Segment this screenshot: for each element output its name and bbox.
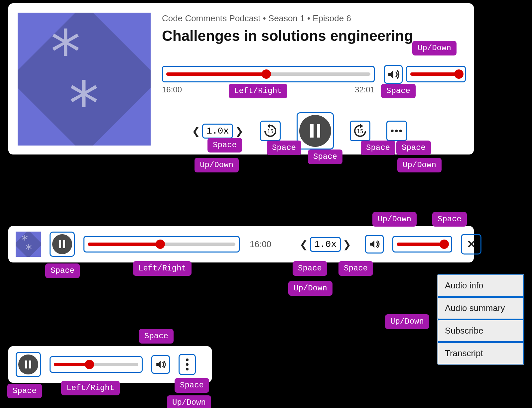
kebab-dot-icon bbox=[186, 363, 189, 366]
pause-icon bbox=[25, 360, 31, 368]
pause-icon bbox=[59, 240, 65, 248]
speed-control: ❮ 1.0x ❯ bbox=[299, 237, 352, 252]
progress-slider[interactable] bbox=[50, 356, 143, 373]
key-hint: Space bbox=[308, 150, 342, 164]
player-large: * * Code Comments Podcast • Season 1 • E… bbox=[8, 3, 474, 154]
speaker-icon bbox=[387, 68, 400, 81]
key-hint: Up/Down bbox=[372, 212, 417, 227]
key-hint: Up/Down bbox=[288, 281, 332, 296]
close-button[interactable]: ✕ bbox=[461, 234, 481, 255]
podcast-cover: * * bbox=[18, 13, 151, 146]
podcast-cover: ** bbox=[16, 232, 41, 257]
menu-item-audio-summary[interactable]: Audio summary bbox=[437, 297, 524, 320]
mute-button[interactable] bbox=[151, 355, 170, 374]
key-hint: Up/Down bbox=[167, 395, 211, 408]
kebab-dot-icon bbox=[186, 358, 189, 361]
speed-badge[interactable]: 1.0x bbox=[202, 124, 233, 139]
play-pause-button[interactable] bbox=[50, 232, 75, 257]
key-hint: Space bbox=[396, 141, 431, 155]
more-button[interactable] bbox=[179, 354, 196, 375]
svg-text:15: 15 bbox=[267, 128, 274, 135]
key-hint: Space bbox=[432, 212, 467, 227]
skip-forward-button[interactable]: 15 bbox=[350, 121, 370, 141]
speaker-icon bbox=[155, 359, 166, 370]
key-hint: Left/Right bbox=[229, 84, 287, 98]
ellipsis-icon: ••• bbox=[390, 125, 403, 137]
player-medium: ** 16:00 ❮ 1.0x ❯ ✕ bbox=[8, 226, 474, 262]
mute-button[interactable] bbox=[365, 235, 384, 254]
progress-slider[interactable] bbox=[162, 66, 375, 82]
skip-forward-icon: 15 bbox=[352, 123, 368, 139]
key-hint: Space bbox=[45, 263, 80, 278]
more-menu: Audio info Audio summary Subscribe Trans… bbox=[437, 274, 524, 365]
skip-back-icon: 15 bbox=[262, 123, 278, 139]
mute-button[interactable] bbox=[384, 65, 403, 84]
key-hint: Up/Down bbox=[195, 158, 239, 172]
more-button[interactable]: ••• bbox=[386, 121, 407, 141]
speaker-icon bbox=[369, 239, 380, 250]
key-hint: Space bbox=[139, 329, 174, 344]
volume-slider[interactable] bbox=[406, 66, 466, 82]
kebab-dot-icon bbox=[186, 368, 189, 370]
menu-item-transcript[interactable]: Transcript bbox=[437, 342, 524, 365]
elapsed-time: 16:00 bbox=[250, 239, 283, 250]
chevron-left-icon[interactable]: ❮ bbox=[191, 125, 201, 137]
player-small bbox=[8, 346, 212, 383]
key-hint: Space bbox=[293, 261, 327, 276]
svg-text:15: 15 bbox=[357, 128, 363, 135]
speed-control: ❮ 1.0x ❯ bbox=[191, 124, 244, 139]
key-hint: Up/Down bbox=[397, 158, 442, 172]
chevron-left-icon[interactable]: ❮ bbox=[299, 239, 309, 250]
chevron-right-icon[interactable]: ❯ bbox=[342, 239, 352, 250]
key-hint: Space bbox=[7, 384, 42, 398]
key-hint: Space bbox=[381, 84, 416, 98]
chevron-right-icon[interactable]: ❯ bbox=[234, 125, 244, 137]
key-hint: Space bbox=[361, 141, 395, 155]
volume-slider[interactable] bbox=[392, 236, 452, 253]
key-hint: Space bbox=[207, 138, 242, 153]
progress-slider[interactable] bbox=[83, 236, 240, 253]
elapsed-time: 16:00 bbox=[162, 85, 182, 94]
play-pause-button[interactable] bbox=[16, 352, 41, 377]
pause-icon bbox=[310, 124, 320, 138]
key-hint: Left/Right bbox=[133, 261, 192, 276]
key-hint: Left/Right bbox=[61, 381, 120, 395]
play-pause-button[interactable] bbox=[297, 112, 334, 150]
root: * * Code Comments Podcast • Season 1 • E… bbox=[0, 0, 532, 408]
key-hint: Up/Down bbox=[412, 41, 457, 55]
key-hint: Space bbox=[338, 261, 373, 276]
breadcrumb: Code Comments Podcast • Season 1 • Episo… bbox=[162, 13, 465, 24]
menu-item-audio-info[interactable]: Audio info bbox=[437, 274, 524, 297]
speed-badge[interactable]: 1.0x bbox=[310, 237, 341, 252]
close-icon: ✕ bbox=[467, 238, 476, 251]
skip-back-button[interactable]: 15 bbox=[260, 121, 281, 141]
key-hint: Space bbox=[267, 141, 301, 155]
total-duration: 32:01 bbox=[355, 85, 375, 94]
player-large-content: Code Comments Podcast • Season 1 • Episo… bbox=[162, 13, 465, 145]
menu-item-subscribe[interactable]: Subscribe bbox=[437, 319, 524, 342]
key-hint: Up/Down bbox=[385, 314, 429, 329]
key-hint: Space bbox=[175, 378, 209, 393]
